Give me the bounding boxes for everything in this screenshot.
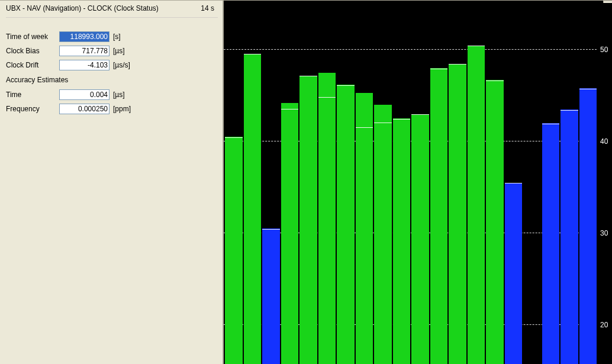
grid-line xyxy=(224,141,597,141)
signal-bar xyxy=(318,2,336,364)
accuracy-estimates-title: Accuracy Estimates xyxy=(6,76,218,84)
pane-header: UBX - NAV (Navigation) - CLOCK (Clock St… xyxy=(6,3,218,18)
y-tick-label: 30 xyxy=(600,229,608,237)
signal-bar xyxy=(486,2,504,364)
signal-bar xyxy=(393,2,411,364)
signal-bar xyxy=(299,2,317,364)
chart-panel: ▶ 20304050 xyxy=(224,0,612,364)
signal-bar xyxy=(430,2,448,364)
field-time-accuracy: Time [µs] xyxy=(6,88,218,102)
field-label: Time xyxy=(6,91,59,99)
field-unit: [s] xyxy=(109,33,121,41)
clock-bias-input[interactable] xyxy=(59,46,109,56)
signal-bar xyxy=(542,2,560,364)
time-of-week-input[interactable] xyxy=(59,31,109,42)
field-time-of-week: Time of week [s] xyxy=(6,30,218,44)
time-accuracy-input[interactable] xyxy=(59,89,109,100)
y-tick-label: 50 xyxy=(600,46,608,54)
grid-line xyxy=(224,324,597,325)
field-label: Clock Bias xyxy=(6,47,59,55)
field-unit: [µs] xyxy=(109,47,125,55)
field-label: Frequency xyxy=(6,105,59,113)
app-root: UBX - NAV (Navigation) - CLOCK (Clock St… xyxy=(0,0,612,364)
signal-bar xyxy=(579,2,597,364)
field-frequency-accuracy: Frequency [ppm] xyxy=(6,102,218,116)
signal-bar xyxy=(356,2,373,364)
field-clock-drift: Clock Drift [µs/s] xyxy=(6,58,218,72)
pane-age: 14 s xyxy=(201,4,218,12)
signal-bar xyxy=(505,2,523,364)
signal-bar xyxy=(281,2,299,364)
signal-bar xyxy=(411,2,429,364)
field-label: Time of week xyxy=(6,33,59,41)
signal-bar xyxy=(225,2,243,364)
signal-bar xyxy=(523,2,541,364)
signal-bar xyxy=(468,2,485,364)
y-tick-label: 20 xyxy=(600,321,608,329)
chart-area xyxy=(224,3,597,364)
field-unit: [µs/s] xyxy=(109,61,130,69)
signal-bar xyxy=(244,2,262,364)
signal-bar xyxy=(374,2,392,364)
field-clock-bias: Clock Bias [µs] xyxy=(6,44,218,58)
frequency-accuracy-input[interactable] xyxy=(59,104,109,114)
left-panel: UBX - NAV (Navigation) - CLOCK (Clock St… xyxy=(0,0,224,364)
grid-line xyxy=(224,49,597,50)
signal-bar xyxy=(262,2,280,364)
y-tick-label: 40 xyxy=(600,137,608,146)
grid-line xyxy=(224,233,597,233)
field-label: Clock Drift xyxy=(6,61,59,69)
field-unit: [µs] xyxy=(109,91,125,99)
pane-title: UBX - NAV (Navigation) - CLOCK (Clock St… xyxy=(6,4,159,12)
field-unit: [ppm] xyxy=(109,105,131,113)
clock-drift-input[interactable] xyxy=(59,60,109,70)
y-axis: 20304050 xyxy=(597,3,612,364)
signal-bar xyxy=(449,2,466,364)
signal-bar xyxy=(337,2,355,364)
signal-bar xyxy=(561,2,578,364)
